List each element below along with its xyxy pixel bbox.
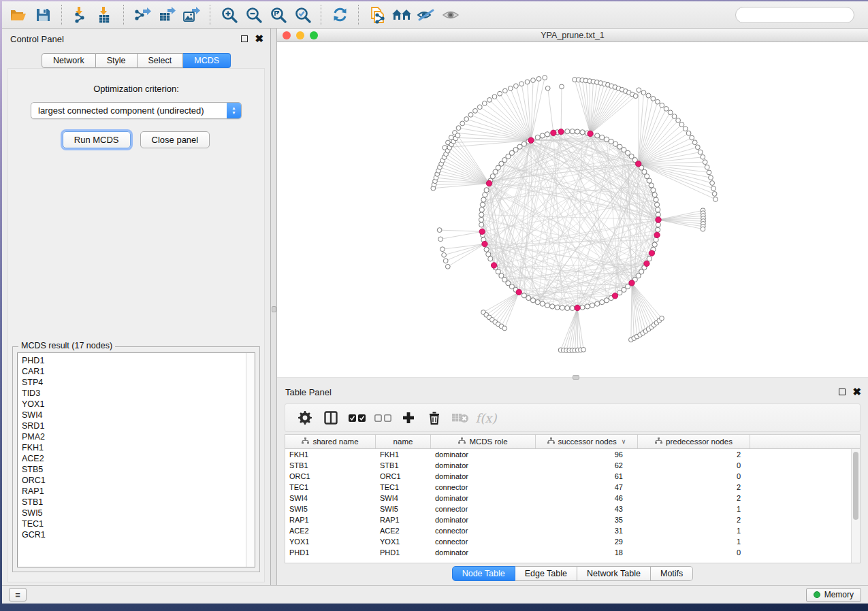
network-node[interactable] xyxy=(600,135,605,139)
import-network-button[interactable] xyxy=(68,3,93,27)
table-settings-button[interactable] xyxy=(292,406,318,430)
horizontal-splitter[interactable] xyxy=(277,377,868,382)
network-node[interactable] xyxy=(651,188,656,193)
network-node[interactable] xyxy=(521,142,526,146)
network-node[interactable] xyxy=(645,174,649,179)
network-hub-node[interactable] xyxy=(654,232,660,237)
tab-node-table[interactable]: Node Table xyxy=(452,566,515,581)
network-node[interactable] xyxy=(613,142,618,146)
network-node[interactable] xyxy=(503,88,508,93)
network-node[interactable] xyxy=(484,188,489,193)
network-node[interactable] xyxy=(493,169,498,174)
network-node[interactable] xyxy=(540,133,545,138)
network-node[interactable] xyxy=(651,97,656,101)
network-node[interactable] xyxy=(477,105,482,110)
table-row[interactable]: FKH1FKH1dominator962 xyxy=(285,449,851,460)
network-node[interactable] xyxy=(530,298,535,303)
network-node[interactable] xyxy=(676,118,681,123)
close-panel-icon[interactable]: ✖ xyxy=(255,35,263,42)
network-node[interactable] xyxy=(660,103,664,108)
mcds-result-item[interactable]: STB5 xyxy=(22,464,246,475)
network-node[interactable] xyxy=(701,154,705,159)
table-row[interactable]: SWI4SWI4dominator462 xyxy=(285,493,851,503)
open-file-button[interactable] xyxy=(6,3,31,27)
network-hub-node[interactable] xyxy=(612,293,617,299)
mcds-result-item[interactable]: ORC1 xyxy=(22,475,246,486)
network-node[interactable] xyxy=(502,326,507,331)
network-node[interactable] xyxy=(617,144,622,149)
float-panel-icon[interactable] xyxy=(241,35,248,42)
network-node[interactable] xyxy=(526,295,531,300)
network-node[interactable] xyxy=(535,300,540,305)
network-node[interactable] xyxy=(692,140,697,145)
tab-network[interactable]: Network xyxy=(42,53,96,68)
network-node[interactable] xyxy=(473,109,478,114)
network-node[interactable] xyxy=(570,306,575,310)
network-node[interactable] xyxy=(550,304,555,309)
network-node[interactable] xyxy=(633,94,638,99)
network-node[interactable] xyxy=(455,133,460,138)
network-node[interactable] xyxy=(482,101,487,106)
network-node[interactable] xyxy=(492,95,497,99)
add-row-button[interactable] xyxy=(396,406,421,430)
network-node[interactable] xyxy=(565,129,570,134)
network-node[interactable] xyxy=(543,76,547,80)
network-node[interactable] xyxy=(508,86,513,90)
network-node[interactable] xyxy=(660,316,664,320)
network-node[interactable] xyxy=(445,264,450,269)
network-node[interactable] xyxy=(710,181,715,186)
network-node[interactable] xyxy=(595,301,600,306)
delete-row-button[interactable] xyxy=(421,406,447,430)
network-node[interactable] xyxy=(570,129,575,134)
network-node[interactable] xyxy=(460,121,465,126)
network-hub-node[interactable] xyxy=(486,180,492,186)
column-header-successor-nodes[interactable]: successor nodes∨ xyxy=(536,435,638,448)
network-node[interactable] xyxy=(637,88,641,93)
network-hub-node[interactable] xyxy=(491,263,496,268)
network-hub-node[interactable] xyxy=(528,137,534,143)
mcds-list-scrollbar[interactable] xyxy=(246,353,255,567)
network-node[interactable] xyxy=(609,139,613,144)
network-node[interactable] xyxy=(581,348,586,352)
network-node[interactable] xyxy=(604,298,609,303)
layout-list-button[interactable]: ≡ xyxy=(9,588,27,601)
network-node[interactable] xyxy=(646,93,651,98)
table-row[interactable]: PHD1PHD1dominator180 xyxy=(285,547,851,558)
network-node[interactable] xyxy=(545,132,549,137)
network-canvas[interactable] xyxy=(277,42,868,377)
network-node[interactable] xyxy=(437,228,442,233)
network-node[interactable] xyxy=(686,131,691,135)
column-header-shared-name[interactable]: shared name xyxy=(285,435,376,448)
network-node[interactable] xyxy=(438,237,443,242)
network-node[interactable] xyxy=(545,303,549,308)
network-node[interactable] xyxy=(521,293,526,298)
network-node[interactable] xyxy=(481,197,486,202)
network-node[interactable] xyxy=(479,212,484,217)
export-image-button[interactable] xyxy=(179,3,204,27)
network-node[interactable] xyxy=(514,84,519,88)
network-node[interactable] xyxy=(484,247,489,252)
mcds-result-item[interactable]: FKH1 xyxy=(22,442,246,453)
mcds-result-item[interactable]: TID3 xyxy=(22,388,246,399)
network-node[interactable] xyxy=(498,91,502,96)
column-header-predecessor-nodes[interactable]: predecessor nodes xyxy=(638,435,750,448)
table-row[interactable]: YOX1YOX1connector291 xyxy=(285,536,851,547)
network-node[interactable] xyxy=(479,208,484,212)
network-hub-node[interactable] xyxy=(551,130,556,135)
table-row[interactable]: ACE2ACE2connector311 xyxy=(285,525,851,536)
network-window-titlebar[interactable]: YPA_prune.txt_1 xyxy=(277,29,868,42)
column-header-MCDS-role[interactable]: MCDS role xyxy=(431,435,536,448)
network-graph[interactable] xyxy=(277,42,868,377)
network-node[interactable] xyxy=(656,222,660,227)
network-hub-node[interactable] xyxy=(656,217,661,222)
save-session-button[interactable] xyxy=(31,3,55,27)
network-node[interactable] xyxy=(668,110,673,115)
tab-style[interactable]: Style xyxy=(96,53,138,68)
network-node[interactable] xyxy=(705,165,709,169)
network-node[interactable] xyxy=(695,145,700,150)
network-node[interactable] xyxy=(487,98,492,103)
float-table-panel-icon[interactable] xyxy=(839,389,846,395)
network-node[interactable] xyxy=(540,301,545,306)
network-node[interactable] xyxy=(679,122,684,127)
network-hub-node[interactable] xyxy=(482,241,487,246)
